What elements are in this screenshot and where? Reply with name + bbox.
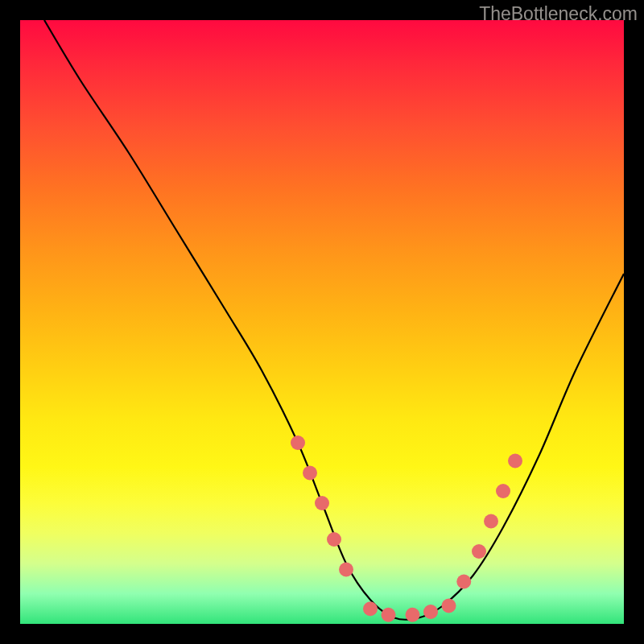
highlight-dot [363, 601, 378, 616]
chart-frame: TheBottleneck.com [0, 0, 644, 644]
highlight-dot [327, 532, 341, 547]
highlight-dots-group [291, 436, 522, 622]
highlight-dot [406, 608, 420, 622]
highlight-dot [472, 544, 486, 559]
highlight-dot [339, 563, 353, 577]
highlight-dot [315, 496, 329, 510]
highlight-dot [508, 454, 522, 469]
highlight-dot [456, 575, 471, 589]
highlight-dot [442, 599, 456, 613]
highlight-dot [291, 436, 305, 450]
chart-svg [20, 20, 624, 624]
watermark-text: TheBottleneck.com [479, 3, 638, 25]
highlight-dot [496, 484, 510, 498]
highlight-dot [423, 605, 438, 619]
plot-area [20, 20, 624, 624]
highlight-dot [382, 608, 396, 622]
bottleneck-curve [44, 20, 624, 620]
highlight-dot [303, 466, 317, 481]
highlight-dot [484, 514, 498, 529]
